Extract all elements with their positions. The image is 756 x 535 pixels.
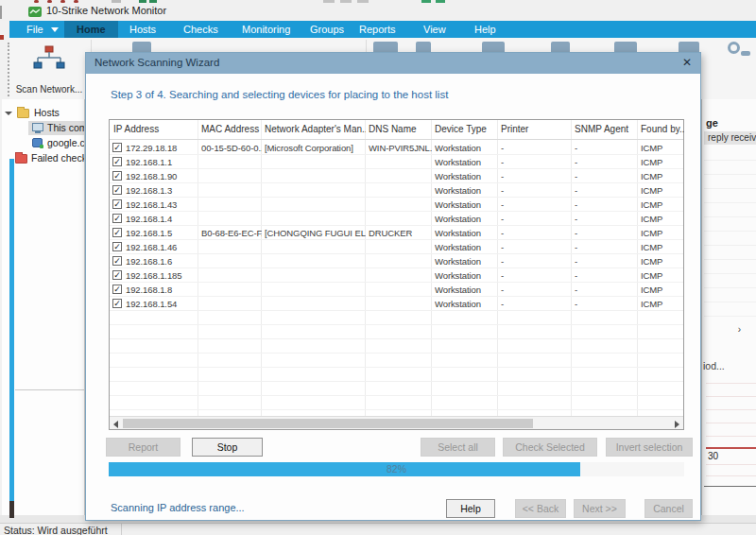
select-all-button[interactable]: Select all xyxy=(421,438,495,457)
artifact xyxy=(139,0,146,3)
cell-ip: 192.168.1.43 xyxy=(126,199,196,210)
list-row xyxy=(704,175,756,189)
table-row[interactable]: ✓192.168.1.1Workstation--ICMP xyxy=(110,155,683,169)
horizontal-scrollbar[interactable] xyxy=(110,416,683,429)
table-row[interactable]: ✓192.168.1.185Workstation--ICMP xyxy=(110,268,683,283)
column-header[interactable]: Found by... xyxy=(641,124,684,134)
row-checkbox[interactable]: ✓ xyxy=(112,242,122,251)
table-row[interactable]: ✓192.168.1.46Workstation--ICMP xyxy=(110,240,683,254)
report-button[interactable]: Report xyxy=(106,438,180,457)
ribbon-tab-help[interactable]: Help xyxy=(474,21,496,38)
sidebar-item-failed-checks[interactable]: Failed checks xyxy=(2,151,84,165)
row-checkbox[interactable]: ✓ xyxy=(112,228,122,237)
column-header[interactable]: Network Adapter's Man... xyxy=(265,124,366,134)
column-header[interactable]: Device Type xyxy=(435,124,498,134)
gear-icon[interactable] xyxy=(728,42,740,54)
table-row[interactable]: ✓192.168.1.54Workstation--ICMP xyxy=(110,297,683,311)
row-checkbox[interactable]: ✓ xyxy=(112,256,122,266)
close-icon[interactable]: ✕ xyxy=(682,56,692,70)
scan-network-button[interactable]: Scan Network... xyxy=(11,40,87,98)
table-row[interactable]: ✓192.168.1.5B0-68-E6-EC-F...[CHONGQING F… xyxy=(110,226,683,240)
table-row[interactable]: ✓192.168.1.4Workstation--ICMP xyxy=(110,212,683,226)
cell-device-type: Workstation xyxy=(435,270,498,281)
row-checkbox[interactable]: ✓ xyxy=(112,199,122,209)
table-row[interactable]: ✓192.168.1.6Workstation--ICMP xyxy=(110,254,683,268)
cell-snmp: - xyxy=(575,214,638,224)
list-row xyxy=(704,274,756,288)
tree-label: Hosts xyxy=(34,106,60,120)
row-checkbox[interactable]: ✓ xyxy=(112,157,122,166)
cell-ip: 192.168.1.3 xyxy=(126,185,196,196)
row-checkbox[interactable]: ✓ xyxy=(112,299,122,308)
network-scanning-wizard-dialog: Network Scanning Wizard ✕ Step 3 of 4. S… xyxy=(85,52,701,521)
row-checkbox[interactable]: ✓ xyxy=(112,214,122,223)
sidebar-item-hosts[interactable]: Hosts xyxy=(2,106,84,120)
column-header[interactable]: IP Address xyxy=(113,124,195,134)
artifact xyxy=(74,0,78,3)
cell-printer: - xyxy=(501,143,572,153)
cell-ip: 192.168.1.90 xyxy=(126,171,196,181)
cell-snmp: - xyxy=(575,256,638,267)
status-bar: Status: Wird ausgeführt xyxy=(0,523,756,535)
column-header[interactable]: SNMP Agent xyxy=(575,124,638,134)
chevron-down-icon[interactable] xyxy=(5,112,12,115)
app-logo-icon xyxy=(28,7,42,17)
ribbon-tab-view[interactable]: View xyxy=(423,21,446,38)
scroll-right-icon[interactable] xyxy=(675,421,679,428)
column-header[interactable]: Printer xyxy=(501,124,572,134)
list-row xyxy=(704,302,756,317)
table-row[interactable]: ✓172.29.18.1800-15-5D-60-0...[Microsoft … xyxy=(110,141,683,155)
scan-status-text: Scanning IP address range... xyxy=(111,502,245,513)
scroll-left-icon[interactable] xyxy=(113,421,118,428)
panel-grip[interactable] xyxy=(8,43,10,96)
back-button[interactable]: << Back xyxy=(515,499,566,518)
window-edge xyxy=(9,159,14,501)
dialog-titlebar[interactable]: Network Scanning Wizard ✕ xyxy=(86,53,700,74)
table-row-empty xyxy=(110,354,683,368)
row-checkbox[interactable]: ✓ xyxy=(112,285,122,294)
cell-device-type: Workstation xyxy=(435,199,498,210)
row-checkbox[interactable]: ✓ xyxy=(112,270,122,280)
table-row[interactable]: ✓192.168.1.90Workstation--ICMP xyxy=(110,169,683,183)
scrollbar-thumb[interactable] xyxy=(123,419,533,428)
ribbon-tab-file[interactable]: File xyxy=(26,21,43,38)
row-checkbox[interactable]: ✓ xyxy=(112,185,122,195)
cell-printer: - xyxy=(501,256,572,267)
check-selected-button[interactable]: Check Selected xyxy=(503,438,597,457)
selected-list-row[interactable]: reply receiv. xyxy=(704,131,756,145)
ribbon-tabs: FileHomeHostsChecksMonitoringGroupsRepor… xyxy=(9,21,756,38)
stop-button[interactable]: Stop xyxy=(192,438,263,457)
cell-snmp: - xyxy=(575,185,638,196)
file-dropdown-chevron-icon[interactable] xyxy=(51,27,59,32)
table-row[interactable]: ✓192.168.1.8Workstation--ICMP xyxy=(110,283,683,297)
row-checkbox[interactable]: ✓ xyxy=(112,171,122,181)
scroll-right-icon[interactable]: › xyxy=(738,324,741,335)
sidebar-item-this-computer[interactable]: This comp xyxy=(2,121,84,135)
column-header[interactable]: DNS Name xyxy=(369,124,432,134)
scan-network-label: Scan Network... xyxy=(11,84,87,95)
cell-snmp: - xyxy=(575,143,638,153)
column-header[interactable]: MAC Address xyxy=(201,124,262,134)
artifact xyxy=(357,0,369,3)
artifact xyxy=(0,6,2,19)
ribbon-tab-groups[interactable]: Groups xyxy=(310,21,344,38)
ribbon-tab-home[interactable]: Home xyxy=(64,21,118,38)
list-row xyxy=(704,232,756,246)
ribbon-tab-monitoring[interactable]: Monitoring xyxy=(242,21,290,38)
invert-selection-button[interactable]: Invert selection xyxy=(606,438,693,457)
sidebar-item-google[interactable]: google.co xyxy=(2,136,84,150)
ribbon-tab-reports[interactable]: Reports xyxy=(359,21,396,38)
help-button[interactable]: Help xyxy=(446,499,495,518)
list-row xyxy=(704,246,756,260)
chart-axis-value: 30 xyxy=(708,451,718,461)
ribbon-tab-checks[interactable]: Checks xyxy=(183,21,218,38)
statusbar-divider xyxy=(121,524,122,535)
row-checkbox[interactable]: ✓ xyxy=(112,143,122,152)
artifact xyxy=(60,0,65,3)
list-row xyxy=(704,147,756,161)
table-row[interactable]: ✓192.168.1.3Workstation--ICMP xyxy=(110,183,683,198)
next-button[interactable]: Next >> xyxy=(574,499,626,518)
cancel-button[interactable]: Cancel xyxy=(644,499,693,518)
table-row[interactable]: ✓192.168.1.43Workstation--ICMP xyxy=(110,198,683,212)
ribbon-tab-hosts[interactable]: Hosts xyxy=(129,21,156,38)
